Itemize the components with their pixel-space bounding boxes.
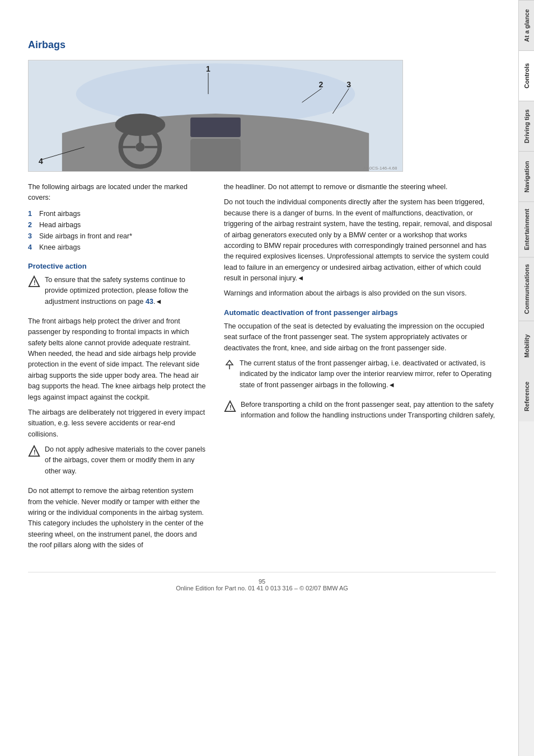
page-ref-43[interactable]: 43 bbox=[146, 298, 153, 306]
list-item: 4 Knee airbags bbox=[28, 242, 207, 253]
sidebar: At a glance Controls Driving tips Naviga… bbox=[518, 0, 534, 756]
svg-text:1: 1 bbox=[206, 64, 210, 73]
page-number: 95 bbox=[28, 578, 496, 585]
list-num: 2 bbox=[28, 219, 36, 231]
auto-deactivation-heading: Automatic deactivation of front passenge… bbox=[224, 308, 496, 317]
content-columns: The following airbags are located under … bbox=[28, 182, 496, 555]
left-column: The following airbags are located under … bbox=[28, 182, 207, 555]
list-num: 3 bbox=[28, 231, 36, 242]
list-label: Front airbags bbox=[39, 208, 81, 219]
page-footer: 95 Online Edition for Part no. 01 41 0 0… bbox=[28, 572, 496, 591]
svg-text:!: ! bbox=[34, 279, 36, 286]
list-item: 2 Head airbags bbox=[28, 219, 207, 231]
protective-para-1: The front airbags help protect the drive… bbox=[28, 316, 207, 403]
right-para-1: the headliner. Do not attempt to remove … bbox=[224, 182, 496, 192]
protective-action-heading: Protective action bbox=[28, 262, 207, 270]
protective-para-2: The airbags are deliberately not trigger… bbox=[28, 407, 207, 440]
list-label: Head airbags bbox=[39, 219, 81, 231]
protective-para-3: Do not attempt to remove the airbag rete… bbox=[28, 486, 207, 551]
footer-text: Online Edition for Part no. 01 41 0 013 … bbox=[28, 585, 496, 591]
list-item: 3 Side airbags in front and rear* bbox=[28, 231, 207, 242]
sidebar-tab-controls[interactable]: Controls bbox=[519, 50, 534, 101]
warning-1-text: To ensure that the safety systems contin… bbox=[45, 275, 207, 307]
svg-marker-23 bbox=[226, 360, 233, 365]
svg-rect-9 bbox=[190, 118, 241, 137]
warning-2-text: Do not apply adhesive materials to the c… bbox=[45, 444, 207, 477]
sidebar-tab-driving-tips[interactable]: Driving tips bbox=[519, 101, 534, 151]
svg-text:4: 4 bbox=[39, 157, 43, 166]
note-box-1: The current status of the front passenge… bbox=[224, 358, 496, 395]
sidebar-tab-navigation[interactable]: Navigation bbox=[519, 151, 534, 201]
list-num: 1 bbox=[28, 208, 36, 219]
warning-box-3: ! Before transporting a child on the fro… bbox=[224, 400, 496, 426]
intro-text: The following airbags are located under … bbox=[28, 182, 207, 204]
svg-text:AB0CS-146-4.68: AB0CS-146-4.68 bbox=[363, 166, 397, 171]
right-para-3: Warnings and information about the airba… bbox=[224, 288, 496, 299]
right-column: the headliner. Do not attempt to remove … bbox=[224, 182, 496, 555]
list-label: Knee airbags bbox=[39, 242, 81, 253]
svg-text:!: ! bbox=[229, 404, 232, 411]
warning-icon-3: ! bbox=[224, 400, 236, 412]
auto-deactivation-para-1: The occupation of the seat is detected b… bbox=[224, 321, 496, 354]
note-1-text: The current status of the front passenge… bbox=[240, 358, 496, 391]
warning-box-2: ! Do not apply adhesive materials to the… bbox=[28, 444, 207, 481]
svg-point-3 bbox=[135, 143, 144, 152]
warning-3-text: Before transporting a child on the front… bbox=[241, 400, 496, 421]
svg-text:2: 2 bbox=[318, 80, 323, 89]
airbag-list: 1 Front airbags 2 Head airbags 3 Side ai… bbox=[28, 208, 207, 253]
sidebar-tab-at-a-glance[interactable]: At a glance bbox=[519, 0, 534, 50]
list-label: Side airbags in front and rear* bbox=[39, 231, 132, 242]
svg-text:!: ! bbox=[34, 449, 36, 456]
svg-point-8 bbox=[115, 114, 166, 136]
svg-rect-7 bbox=[190, 139, 241, 172]
sidebar-tab-reference[interactable]: Reference bbox=[519, 371, 534, 421]
main-content: Airbags 1 2 3 bbox=[0, 0, 518, 756]
sidebar-tab-mobility[interactable]: Mobility bbox=[519, 321, 534, 371]
sidebar-tab-communications[interactable]: Communications bbox=[519, 257, 534, 321]
warning-box-1: ! To ensure that the safety systems cont… bbox=[28, 275, 207, 312]
right-para-2: Do not touch the individual components d… bbox=[224, 197, 496, 284]
page-title: Airbags bbox=[28, 39, 496, 51]
car-diagram: 1 2 3 4 AB0CS-146-4.68 bbox=[28, 60, 403, 172]
note-icon-1 bbox=[224, 359, 235, 370]
list-num: 4 bbox=[28, 242, 36, 253]
list-item: 1 Front airbags bbox=[28, 208, 207, 219]
warning-icon-1: ! bbox=[28, 275, 40, 288]
svg-text:3: 3 bbox=[346, 80, 351, 89]
sidebar-tab-entertainment[interactable]: Entertainment bbox=[519, 201, 534, 257]
warning-icon-2: ! bbox=[28, 445, 40, 457]
